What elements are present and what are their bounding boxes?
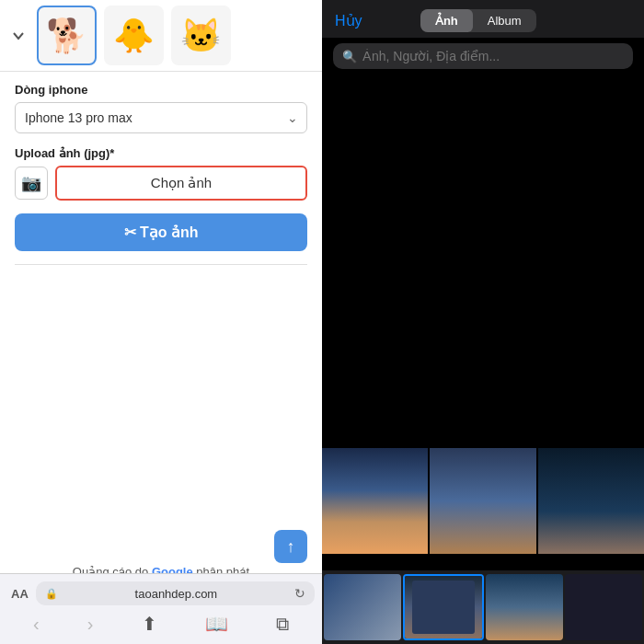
photo-cell[interactable] xyxy=(322,448,428,554)
photo-cell[interactable] xyxy=(538,199,644,305)
thumb-item[interactable] xyxy=(486,574,563,640)
upload-label: Upload ảnh (jpg)* xyxy=(15,146,307,160)
sticker-chick[interactable]: 🐥 xyxy=(104,6,164,65)
lock-icon: 🔒 xyxy=(45,588,58,600)
photo-cell[interactable] xyxy=(430,324,535,430)
sticker-dog[interactable]: 🐕 xyxy=(37,6,97,65)
scroll-top-icon: ↑ xyxy=(287,537,295,557)
chon-anh-button[interactable]: Chọn ảnh xyxy=(55,166,307,201)
bookmarks-icon[interactable]: 📖 xyxy=(198,609,236,638)
tab-anh[interactable]: Ảnh xyxy=(420,9,473,32)
thumb-item[interactable] xyxy=(565,574,642,640)
photo-cell[interactable] xyxy=(322,199,428,305)
photo-cell[interactable] xyxy=(430,448,535,554)
photo-tabs: Ảnh Album xyxy=(420,9,536,32)
photo-cell[interactable] xyxy=(322,75,428,180)
photo-search-bar[interactable]: 🔍 xyxy=(333,43,633,69)
photo-cell[interactable] xyxy=(538,324,644,430)
thumb-item-selected[interactable] xyxy=(403,574,484,640)
url-text: taoanhdep.com xyxy=(63,587,289,601)
sticker-cat[interactable]: 🐱 xyxy=(171,6,231,65)
browser-bar: AA 🔒 taoanhdep.com ↻ ‹ › ⬆ 📖 ⧉ xyxy=(0,573,322,644)
share-icon[interactable]: ⬆ xyxy=(134,609,165,638)
thumb-strip xyxy=(322,570,644,644)
reload-icon[interactable]: ↻ xyxy=(294,586,305,601)
scroll-top-button[interactable]: ↑ xyxy=(274,530,307,563)
photo-cell[interactable] xyxy=(430,199,535,305)
cancel-button[interactable]: Hủy xyxy=(335,12,362,29)
tabs-icon[interactable]: ⧉ xyxy=(269,610,296,638)
photo-cell[interactable] xyxy=(430,75,535,180)
aa-text[interactable]: AA xyxy=(11,587,29,601)
browser-nav: ‹ › ⬆ 📖 ⧉ xyxy=(0,607,322,640)
camera-button[interactable]: 📷 xyxy=(15,167,48,200)
photo-topbar: Hủy Ảnh Album xyxy=(322,0,644,38)
nav-back-icon[interactable]: ‹ xyxy=(26,610,47,638)
device-select[interactable]: Iphone 13 pro max Iphone 14 Pro Max Ipho… xyxy=(15,102,307,133)
divider xyxy=(15,264,307,265)
sticker-bar: 🐕 🐥 🐱 xyxy=(0,0,322,72)
nav-forward-icon[interactable]: › xyxy=(80,610,101,638)
photo-cell[interactable] xyxy=(538,75,644,180)
chevron-down-icon[interactable] xyxy=(7,25,29,47)
device-select-wrapper: Iphone 13 pro max Iphone 14 Pro Max Ipho… xyxy=(15,102,307,133)
search-icon: 🔍 xyxy=(342,50,357,63)
photo-cell[interactable] xyxy=(322,324,428,430)
form-area: Dòng iphone Iphone 13 pro max Iphone 14 … xyxy=(0,72,322,556)
photo-grid xyxy=(322,75,644,570)
upload-row: 📷 Chọn ảnh xyxy=(15,166,307,201)
thumb-item[interactable] xyxy=(324,574,401,640)
tao-anh-button[interactable]: ✂ Tạo ảnh xyxy=(15,213,307,251)
right-panel: Hủy Ảnh Album 🔍 xyxy=(322,0,644,644)
url-bar: 🔒 taoanhdep.com ↻ xyxy=(36,581,315,605)
photo-cell[interactable] xyxy=(538,448,644,554)
dong-iphone-label: Dòng iphone xyxy=(15,83,307,97)
tab-album[interactable]: Album xyxy=(473,9,536,32)
photo-search-input[interactable] xyxy=(362,49,624,63)
